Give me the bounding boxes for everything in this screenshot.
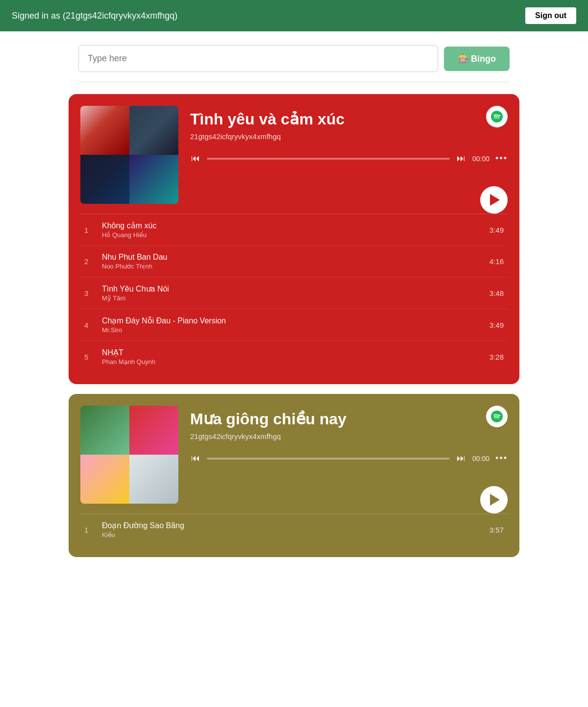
- track-info: Chạm Đáy Nỗi Đau - Piano Version Mr.Siro: [102, 316, 482, 334]
- track-num: 5: [84, 353, 96, 361]
- track-duration: 3:49: [490, 321, 504, 329]
- album-cell-3: [80, 455, 129, 504]
- track-item[interactable]: 2 Nhu Phut Ban Dau Noo Phước Thịnh 4:16: [80, 246, 508, 277]
- player-controls-red: ⏮ ⏭ 00:00 •••: [190, 152, 508, 165]
- album-cell-3: [80, 155, 129, 204]
- track-artist: Mỹ Tâm: [102, 294, 482, 302]
- card-info-red: Tình yêu và cảm xúc 21gtgs42icfqryvkyx4x…: [190, 106, 508, 165]
- play-button-red[interactable]: [480, 186, 508, 214]
- track-artist: Hồ Quang Hiếu: [102, 231, 482, 239]
- track-list-olive: 1 Đoạn Đường Sao Băng Kiều 3:57: [80, 513, 508, 545]
- prev-button-red[interactable]: ⏮: [190, 152, 201, 165]
- sign-out-button[interactable]: Sign out: [525, 7, 576, 24]
- play-icon-red: [490, 194, 500, 206]
- track-name: Chạm Đáy Nỗi Đau - Piano Version: [102, 316, 482, 325]
- playlist-card-red: Tình yêu và cảm xúc 21gtgs42icfqryvkyx4x…: [69, 94, 519, 384]
- card-header-red: Tình yêu và cảm xúc 21gtgs42icfqryvkyx4x…: [80, 106, 508, 204]
- card-header-olive: Mưa giông chiều nay 21gtgs42icfqryvkyx4x…: [80, 406, 508, 504]
- playlist-user-olive: 21gtgs42icfqryvkyx4xmfhgq: [190, 432, 508, 440]
- track-num: 1: [84, 226, 96, 234]
- next-button-olive[interactable]: ⏭: [456, 452, 466, 464]
- album-cell-1: [80, 406, 129, 455]
- track-duration: 4:16: [490, 257, 504, 266]
- track-item[interactable]: 1 Đoạn Đường Sao Băng Kiều 3:57: [80, 514, 508, 545]
- time-display-olive: 00:00: [472, 455, 490, 463]
- progress-bar-red[interactable]: [207, 158, 450, 160]
- search-input[interactable]: [78, 45, 438, 72]
- track-item[interactable]: 3 Tình Yêu Chưa Nói Mỹ Tâm 3:48: [80, 277, 508, 309]
- track-artist: Mr.Siro: [102, 326, 482, 334]
- album-cell-1: [80, 106, 129, 155]
- playlist-title-red: Tình yêu và cảm xúc: [190, 110, 508, 128]
- track-artist: Phan Mạnh Quỳnh: [102, 358, 482, 366]
- next-button-red[interactable]: ⏭: [456, 152, 466, 165]
- track-item[interactable]: 1 Không cảm xúc Hồ Quang Hiếu 3:49: [80, 214, 508, 246]
- track-info: Không cảm xúc Hồ Quang Hiếu: [102, 221, 482, 239]
- card-info-olive: Mưa giông chiều nay 21gtgs42icfqryvkyx4x…: [190, 406, 508, 464]
- more-button-red[interactable]: •••: [495, 153, 508, 164]
- track-artist: Noo Phước Thịnh: [102, 263, 482, 270]
- track-num: 2: [84, 257, 96, 266]
- cards-container: Tình yêu và cảm xúc 21gtgs42icfqryvkyx4x…: [0, 94, 588, 577]
- track-duration: 3:57: [490, 526, 504, 534]
- track-duration: 3:49: [490, 226, 504, 234]
- album-mosaic-red: [80, 106, 178, 204]
- track-duration: 3:48: [490, 289, 504, 297]
- play-button-olive[interactable]: [480, 486, 508, 513]
- track-name: Tình Yêu Chưa Nói: [102, 284, 482, 293]
- more-button-olive[interactable]: •••: [495, 453, 508, 463]
- track-name: Đoạn Đường Sao Băng: [102, 521, 482, 530]
- spotify-circle-olive: [486, 406, 508, 427]
- prev-button-olive[interactable]: ⏮: [190, 452, 201, 464]
- playlist-user-red: 21gtgs42icfqryvkyx4xmfhgq: [190, 132, 508, 141]
- track-info: Nhu Phut Ban Dau Noo Phước Thịnh: [102, 253, 482, 270]
- spotify-icon-olive: [486, 406, 508, 427]
- track-num: 1: [84, 526, 96, 534]
- play-icon-olive: [490, 494, 500, 506]
- track-num: 4: [84, 321, 96, 329]
- progress-bar-olive[interactable]: [207, 458, 450, 460]
- track-info: Đoạn Đường Sao Băng Kiều: [102, 521, 482, 538]
- track-num: 3: [84, 289, 96, 297]
- spotify-circle-red: [486, 106, 508, 127]
- signed-in-text: Signed in as (21gtgs42icfqryvkyx4xmfhgq): [12, 11, 177, 21]
- track-list-red: 1 Không cảm xúc Hồ Quang Hiếu 3:49 2 Nhu…: [80, 214, 508, 372]
- playlist-card-olive: Mưa giông chiều nay 21gtgs42icfqryvkyx4x…: [69, 394, 519, 557]
- album-cell-4: [129, 155, 178, 204]
- track-info: Tình Yêu Chưa Nói Mỹ Tâm: [102, 284, 482, 302]
- album-mosaic-olive: [80, 406, 178, 504]
- header: Signed in as (21gtgs42icfqryvkyx4xmfhgq)…: [0, 0, 588, 31]
- track-item[interactable]: 4 Chạm Đáy Nỗi Đau - Piano Version Mr.Si…: [80, 309, 508, 341]
- track-duration: 3:28: [490, 353, 504, 361]
- track-name: Nhu Phut Ban Dau: [102, 253, 482, 262]
- track-name: NHẠT: [102, 348, 482, 357]
- track-item[interactable]: 5 NHẠT Phan Mạnh Quỳnh 3:28: [80, 341, 508, 372]
- search-area: 🎰 Bingo: [0, 31, 588, 82]
- album-cell-4: [129, 455, 178, 504]
- spotify-icon-red: [486, 106, 508, 127]
- track-artist: Kiều: [102, 531, 482, 538]
- time-display-red: 00:00: [472, 155, 490, 163]
- bingo-button[interactable]: 🎰 Bingo: [444, 47, 510, 71]
- album-cell-2: [129, 406, 178, 455]
- player-controls-olive: ⏮ ⏭ 00:00 •••: [190, 452, 508, 464]
- track-info: NHẠT Phan Mạnh Quỳnh: [102, 348, 482, 366]
- playlist-title-olive: Mưa giông chiều nay: [190, 410, 508, 428]
- album-cell-2: [129, 106, 178, 155]
- divider: [78, 82, 510, 82]
- track-name: Không cảm xúc: [102, 221, 482, 230]
